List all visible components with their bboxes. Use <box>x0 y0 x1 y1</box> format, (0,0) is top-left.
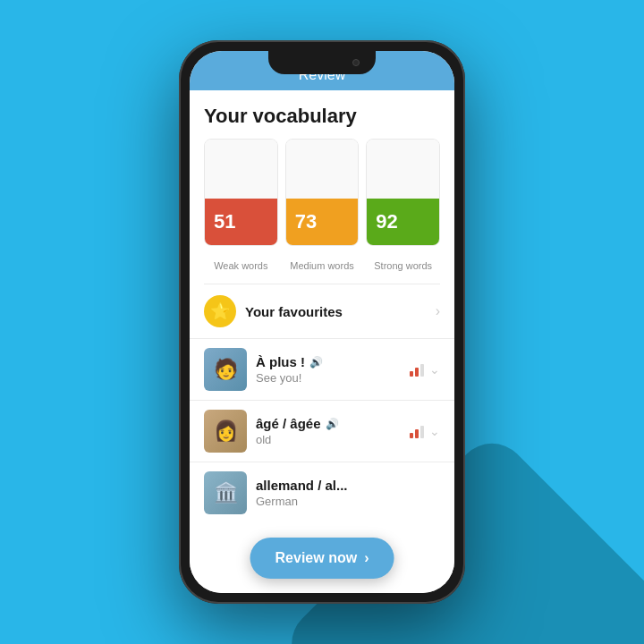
vocab-translation-2: German <box>256 495 440 508</box>
vocab-item-1[interactable]: 👩 âgé / âgée 🔊 old ⌄ <box>190 400 454 462</box>
weak-label: Weak words <box>204 257 278 275</box>
phone-screen: Review Your vocabulary 51 73 <box>190 51 454 593</box>
review-now-button[interactable]: Review now › <box>250 538 394 579</box>
vocab-item-2[interactable]: 🏛️ allemand / al... German <box>190 462 454 523</box>
thumb-emoji-0: 🧑 <box>214 358 238 381</box>
vocab-item-0[interactable]: 🧑 À plus ! 🔊 See you! ⌄ <box>190 338 454 400</box>
medium-count: 73 <box>295 210 317 233</box>
vocab-card-strong[interactable]: 92 <box>366 139 440 246</box>
vocab-thumb-1: 👩 <box>204 410 247 453</box>
content-area: Your vocabulary 51 73 <box>190 90 454 593</box>
expand-icon-1[interactable]: ⌄ <box>429 424 440 438</box>
section-title: Your vocabulary <box>190 90 454 139</box>
card-bottom-strong: 92 <box>367 199 439 245</box>
strong-label: Strong words <box>366 257 440 275</box>
bar-0-1 <box>410 371 413 377</box>
chevron-right-icon: › <box>436 303 440 319</box>
strength-bars-0 <box>410 362 424 377</box>
speaker-icon-1[interactable]: 🔊 <box>326 418 339 430</box>
card-top-weak <box>205 140 277 199</box>
camera-dot <box>352 59 360 66</box>
bar-1-1 <box>410 433 413 438</box>
vocab-text-0: À plus ! 🔊 See you! <box>256 354 401 385</box>
vocab-card-medium[interactable]: 73 <box>285 139 360 246</box>
review-btn-label: Review now <box>275 550 358 566</box>
bar-0-3 <box>420 364 424 377</box>
vocab-text-1: âgé / âgée 🔊 old <box>256 416 401 446</box>
favourites-row[interactable]: ⭐ Your favourites › <box>190 284 454 338</box>
strength-bars-1 <box>410 424 424 438</box>
vocab-word-2: allemand / al... <box>256 478 440 493</box>
favourites-label: Your favourites <box>245 304 427 319</box>
phone-device: Review Your vocabulary 51 73 <box>179 40 465 604</box>
card-bottom-weak: 51 <box>205 199 277 245</box>
medium-label: Medium words <box>285 257 360 275</box>
card-bottom-medium: 73 <box>286 199 359 245</box>
vocab-translation-0: See you! <box>256 371 401 385</box>
vocab-word-1: âgé / âgée 🔊 <box>256 416 401 431</box>
vocab-card-labels: Weak words Medium words Strong words <box>190 257 454 284</box>
review-btn-arrow: › <box>364 550 369 566</box>
card-top-strong <box>367 140 439 199</box>
strong-count: 92 <box>376 210 397 233</box>
speaker-icon-0[interactable]: 🔊 <box>309 356 323 369</box>
vocab-cards-row: 51 73 92 <box>190 139 454 257</box>
phone-notch <box>268 51 376 74</box>
vocab-translation-1: old <box>256 433 401 446</box>
bar-1-3 <box>420 426 424 438</box>
weak-count: 51 <box>214 210 235 233</box>
vocab-thumb-0: 🧑 <box>204 348 247 391</box>
thumb-emoji-1: 👩 <box>214 419 238 443</box>
bar-0-2 <box>415 368 419 377</box>
bar-1-2 <box>415 429 419 438</box>
favourites-star-icon: ⭐ <box>204 295 236 327</box>
card-top-medium <box>286 140 359 199</box>
vocab-card-weak[interactable]: 51 <box>204 139 278 246</box>
thumb-emoji-2: 🏛️ <box>214 481 238 504</box>
review-btn-container: Review now › <box>250 538 394 579</box>
vocab-strength-1: ⌄ <box>410 424 440 438</box>
vocab-word-0: À plus ! 🔊 <box>256 354 401 369</box>
vocab-text-2: allemand / al... German <box>256 478 440 508</box>
vocab-thumb-2: 🏛️ <box>204 471 247 514</box>
expand-icon-0[interactable]: ⌄ <box>429 362 440 377</box>
vocab-strength-0: ⌄ <box>410 362 440 377</box>
